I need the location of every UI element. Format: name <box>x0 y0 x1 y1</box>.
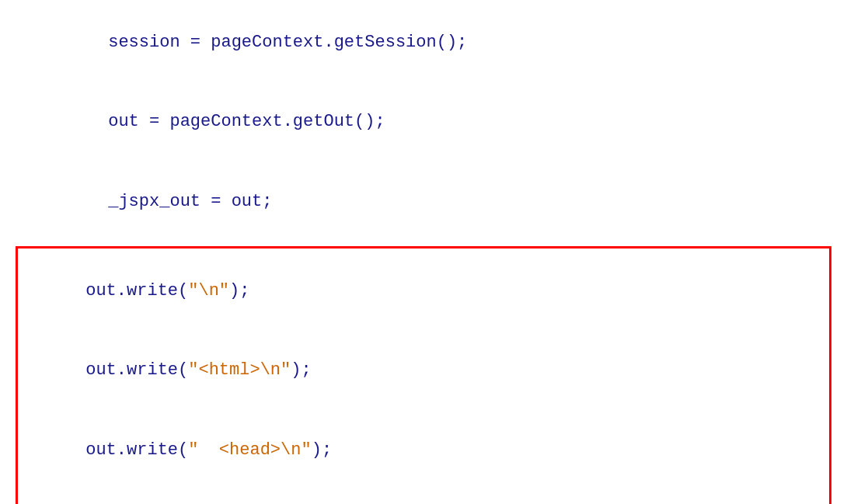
code-line: out.write("<html>\n"); <box>24 331 823 410</box>
code-viewer: session = pageContext.getSession(); out … <box>0 0 847 504</box>
code-text: out = pageContext.getOut(); <box>108 112 385 131</box>
code-line: out.write("\n"); <box>24 252 823 331</box>
top-code-section: session = pageContext.getSession(); out … <box>16 0 831 242</box>
code-line: out.write(" <head>\n"); <box>24 410 823 489</box>
code-line: session = pageContext.getSession(); <box>16 3 831 82</box>
highlighted-code-block: out.write("\n"); out.write("<html>\n"); … <box>16 246 831 504</box>
code-line: _jspx_out = out; <box>16 162 831 242</box>
code-text: _jspx_out = out; <box>108 192 272 211</box>
code-line: out.write(" <title>$Title$</title>\n"); <box>24 490 823 504</box>
code-line: out = pageContext.getOut(); <box>16 82 831 162</box>
code-text: session = pageContext.getSession(); <box>108 33 467 52</box>
